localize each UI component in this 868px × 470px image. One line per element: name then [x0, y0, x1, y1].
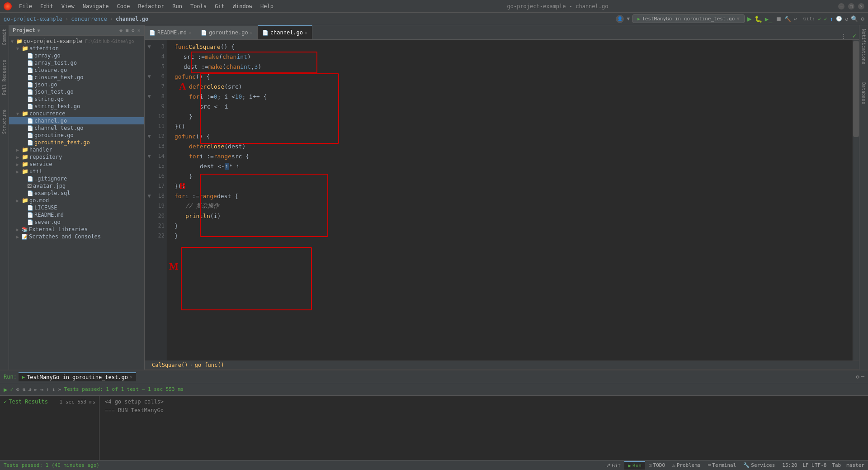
- run-expand-btn[interactable]: ⇤: [34, 386, 37, 393]
- tree-root[interactable]: ▼ 📁 go-project-example F:\GitHub~Gitee\g…: [9, 38, 144, 45]
- run-tab-active[interactable]: ▶ TestManyGo in goroutine_test.go ✕: [19, 372, 136, 381]
- bottom-tab-terminal[interactable]: ⌨ Terminal: [704, 461, 740, 469]
- structure-icon[interactable]: Structure: [2, 109, 7, 134]
- fold-6[interactable]: ▼: [145, 73, 154, 80]
- breadcrumb-root[interactable]: go-project-example: [4, 16, 62, 22]
- menu-edit[interactable]: Edit: [37, 2, 57, 10]
- tree-file-goroutine-test[interactable]: ▶ 📄 goroutine_test.go: [9, 139, 144, 146]
- bottom-tab-todo[interactable]: ☑ TODO: [645, 461, 669, 469]
- tree-external-libraries[interactable]: ▶ 📚 External Libraries: [9, 226, 144, 233]
- tree-folder-service[interactable]: ▶ 📁 service: [9, 161, 144, 168]
- tree-file-array-go[interactable]: ▶ 📄 array.go: [9, 52, 144, 59]
- tree-file-license[interactable]: ▶ 📄 LICENSE: [9, 204, 144, 211]
- window-maximize[interactable]: □: [848, 3, 854, 9]
- tree-folder-handler[interactable]: ▶ 📁 handler: [9, 146, 144, 153]
- fold-8[interactable]: ▼: [145, 93, 154, 100]
- tree-file-closure[interactable]: ▶ 📄 closure.go: [9, 66, 144, 74]
- breadcrumb-concurrence[interactable]: concurrence: [71, 16, 107, 22]
- bottom-tab-problems[interactable]: ⚠ Problems: [669, 461, 704, 469]
- tree-file-sql[interactable]: ▶ 📄 example.sql: [9, 190, 144, 197]
- fold-3[interactable]: ▼: [145, 43, 154, 50]
- debug-button[interactable]: 🐛: [755, 15, 762, 23]
- commit-icon[interactable]: Commit: [2, 29, 7, 45]
- tree-file-goroutine[interactable]: ▶ 📄 goroutine.go: [9, 132, 144, 139]
- tree-file-channel-test[interactable]: ▶ 📄 channel_test.go: [9, 124, 144, 132]
- tree-file-string-test[interactable]: ▶ 📄 string_test.go: [9, 103, 144, 110]
- close-panel-icon[interactable]: ✕: [137, 27, 141, 33]
- git-branch[interactable]: master: [846, 462, 864, 468]
- stop-button[interactable]: ⏹: [775, 15, 782, 23]
- fold-18[interactable]: ▼: [145, 193, 154, 199]
- tree-file-string[interactable]: ▶ 📄 string.go: [9, 95, 144, 103]
- git-clock[interactable]: 🕐: [836, 16, 842, 22]
- locate-file-icon[interactable]: ⊕: [119, 27, 123, 33]
- menu-help[interactable]: Help: [257, 2, 277, 10]
- bc-child[interactable]: go func(): [195, 362, 224, 368]
- tab-goroutine-close[interactable]: ✕: [250, 30, 253, 35]
- tab-channel-close[interactable]: ✕: [305, 30, 307, 35]
- editor-scrollbar[interactable]: [853, 40, 859, 361]
- bottom-tab-git[interactable]: ⎇ Git: [601, 461, 625, 470]
- menu-view[interactable]: View: [58, 2, 78, 10]
- menu-navigate[interactable]: Navigate: [79, 2, 113, 10]
- tree-file-json-test[interactable]: ▶ 📄 json_test.go: [9, 88, 144, 95]
- settings-button[interactable]: ⚙: [861, 15, 864, 22]
- notifications-label[interactable]: Notifications: [861, 29, 866, 64]
- bc-func[interactable]: CalSquare(): [152, 362, 188, 368]
- fold-14[interactable]: ▼: [145, 153, 154, 159]
- avatar-dropdown[interactable]: ▼: [627, 16, 630, 22]
- window-close[interactable]: ✕: [858, 3, 864, 9]
- run-button[interactable]: ▶: [747, 14, 752, 23]
- project-dropdown[interactable]: ▼: [38, 28, 40, 33]
- search-button[interactable]: 🔍: [851, 15, 858, 22]
- run-up-btn[interactable]: ↑: [46, 386, 49, 393]
- tree-file-closure-test[interactable]: ▶ 📄 closure_test.go: [9, 74, 144, 81]
- run-more-btn[interactable]: »: [58, 386, 61, 393]
- tab-readme-close[interactable]: ✕: [189, 30, 191, 35]
- tree-file-channel-go[interactable]: ▶ 📄 channel.go ←: [9, 117, 144, 124]
- run-settings-icon[interactable]: ⚙: [856, 374, 859, 380]
- settings-panel-icon[interactable]: ⚙: [132, 27, 135, 33]
- rollback-button[interactable]: ↺: [845, 16, 848, 22]
- run-filter-btn[interactable]: ⇵: [28, 386, 31, 393]
- tab-channel[interactable]: 📄 channel.go ✕: [258, 25, 312, 39]
- user-avatar[interactable]: 👤: [616, 15, 624, 23]
- run-config-dropdown[interactable]: ▶ TestManyGo in goroutine_test.go ▼: [632, 14, 745, 23]
- tree-file-gomod[interactable]: ▶ 📁 go.mod: [9, 197, 144, 204]
- run-minimize-icon[interactable]: ─: [861, 374, 864, 380]
- run-tab-close[interactable]: ✕: [130, 375, 132, 380]
- test-results-item[interactable]: ✓ Test Results 1 sec 553 ms: [2, 398, 97, 406]
- git-push[interactable]: ↑: [830, 16, 833, 22]
- menu-git[interactable]: Git: [211, 2, 228, 10]
- run-down-btn[interactable]: ↓: [52, 386, 55, 393]
- tree-file-sever[interactable]: ▶ 📄 sever.go: [9, 218, 144, 226]
- tree-folder-concurrence[interactable]: ▼ 📁 concurrence: [9, 110, 144, 117]
- bottom-tab-services[interactable]: 🔧 Services: [740, 461, 778, 469]
- menu-run[interactable]: Run: [169, 2, 186, 10]
- database-label[interactable]: Database: [861, 82, 866, 104]
- tree-file-gitignore[interactable]: ▶ 📄 .gitignore: [9, 175, 144, 182]
- window-minimize[interactable]: ─: [838, 3, 844, 9]
- tabs-overflow[interactable]: ⋮: [837, 33, 850, 39]
- menu-file[interactable]: File: [15, 2, 36, 10]
- menu-code[interactable]: Code: [113, 2, 134, 10]
- pull-requests-icon[interactable]: Pull Requests: [2, 60, 7, 95]
- menu-tools[interactable]: Tools: [187, 2, 210, 10]
- menu-refactor[interactable]: Refactor: [134, 2, 168, 10]
- menu-window[interactable]: Window: [229, 2, 256, 10]
- bottom-tab-run[interactable]: ▶ Run: [624, 461, 645, 470]
- tree-file-array-test[interactable]: ▶ 📄 array_test.go: [9, 59, 144, 66]
- fold-12[interactable]: ▼: [145, 133, 154, 139]
- tree-folder-util[interactable]: ▶ 📁 util: [9, 168, 144, 175]
- tab-readme[interactable]: 📄 README.md ✕: [145, 26, 196, 39]
- run-with-coverage[interactable]: ▶̲: [765, 15, 773, 23]
- tree-file-readme[interactable]: ▶ 📄 README.md: [9, 211, 144, 218]
- run-sort-btn[interactable]: ⇅: [22, 386, 25, 393]
- tree-file-avatar[interactable]: ▶ 🖼 avatar.jpg: [9, 182, 144, 190]
- run-rerun-btn[interactable]: ✓: [10, 386, 13, 393]
- run-collapse-btn[interactable]: ⇥: [40, 386, 43, 393]
- code-editor[interactable]: A B M func CalSquare () { src: [167, 40, 853, 361]
- breadcrumb-file[interactable]: channel.go: [116, 16, 148, 22]
- undo-button[interactable]: ↩: [794, 16, 797, 22]
- tree-folder-repository[interactable]: ▶ 📁 repository: [9, 153, 144, 161]
